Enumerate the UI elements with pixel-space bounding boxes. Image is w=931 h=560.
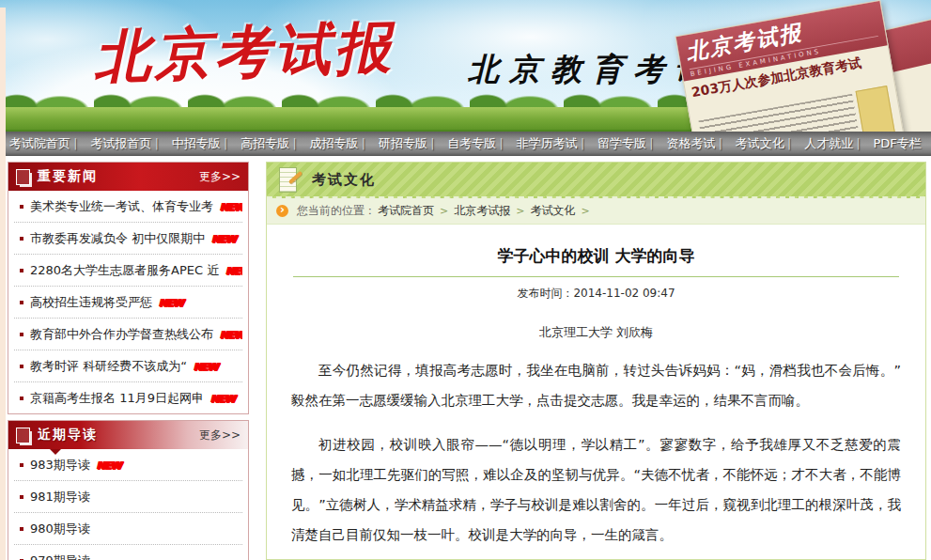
digest-icon	[16, 428, 30, 443]
section-title: 考试文化	[312, 171, 376, 189]
important-news-header: 重要新闻 更多>>	[8, 163, 248, 191]
left-sidebar: 重要新闻 更多>> 美术类专业统一考试、体育专业考 NEW 市教委再发减负令 初…	[8, 162, 249, 560]
breadcrumb-link-paper[interactable]: 北京考试报	[454, 203, 510, 219]
digest-item-text: 980期导读	[30, 521, 90, 537]
site-logo: 北京考试报	[93, 9, 396, 96]
article: 学子心中的校训 大学的向导 发布时间：2014-11-02 09:47 北京理工…	[267, 225, 925, 560]
news-list-item[interactable]: 京籍高考生报名 11月9日起网申 NEW	[14, 382, 242, 413]
new-badge: NEW	[194, 361, 218, 373]
nav-item-yanzhao[interactable]: 研招专版	[362, 135, 427, 152]
new-badge: NEW	[211, 233, 236, 245]
bullet-icon	[20, 333, 23, 336]
bullet-icon	[20, 527, 23, 531]
new-badge: NEW	[220, 329, 242, 341]
digest-list-item[interactable]: 980期导读	[14, 513, 242, 545]
new-badge: NEW	[210, 393, 235, 405]
important-news-title: 重要新闻	[38, 168, 98, 185]
recent-digest-title: 近期导读	[38, 427, 98, 443]
article-paragraph: 至今仍然记得，填报高考志愿时，我坐在电脑前，转过头告诉妈妈：“妈，滑档我也不会后…	[291, 355, 901, 415]
bullet-icon	[20, 205, 23, 209]
nav-list: 考试院首页 考试报首页 中招专版 高招专版 成招专版 研招专版 自考专版 非学历…	[0, 132, 931, 156]
article-title: 学子心中的校训 大学的向导	[291, 245, 901, 267]
new-badge: NEW	[159, 297, 183, 309]
breadcrumb-separator: >	[516, 205, 524, 217]
nav-item-pdf[interactable]: PDF专栏	[856, 135, 921, 152]
news-item-text: 2280名大学生志愿者服务APEC 近	[30, 262, 219, 279]
digest-item-text: 979期导读	[30, 552, 90, 560]
digest-item-text: 983期导读	[30, 457, 90, 474]
news-icon	[16, 169, 30, 185]
bullet-icon	[20, 237, 23, 241]
digest-list-item[interactable]: 983期导读 NEW	[14, 449, 242, 481]
nav-item-exam-culture[interactable]: 考试文化	[719, 135, 784, 152]
page-edge-strip	[0, 8, 6, 560]
news-list-item[interactable]: 教育部中外合作办学督查热线公布 NEW	[14, 319, 242, 350]
nav-item-qualification[interactable]: 资格考试	[649, 135, 715, 152]
news-list-item[interactable]: 2280名大学生志愿者服务APEC 近 NEW	[14, 255, 242, 287]
bullet-icon	[20, 495, 23, 499]
news-item-text: 美术类专业统一考试、体育专业考	[30, 198, 213, 215]
notepad-pencil-icon	[276, 166, 303, 193]
important-news-box: 重要新闻 更多>> 美术类专业统一考试、体育专业考 NEW 市教委再发减负令 初…	[8, 162, 249, 414]
nav-item-zhongzhao[interactable]: 中招专版	[155, 135, 221, 152]
nav-item-gaozhao[interactable]: 高招专版	[224, 135, 289, 152]
news-list-item[interactable]: 市教委再发减负令 初中仅限期中 NEW	[14, 223, 242, 255]
nav-item-non-academic[interactable]: 非学历考试	[500, 135, 578, 152]
nav-item-zikao[interactable]: 自考专版	[430, 135, 496, 152]
news-list-item[interactable]: 教考时评 科研经费不该成为“ NEW	[14, 350, 242, 382]
newspaper-sidebar-box	[856, 86, 896, 132]
newspaper-text-lines	[699, 94, 861, 132]
publish-date: 发布时间：2014-11-02 09:47	[291, 286, 901, 302]
nav-item-career[interactable]: 人才就业	[787, 135, 853, 152]
digest-list-item[interactable]: 981期导读	[14, 481, 242, 513]
breadcrumb: 您当前的位置： 考试院首页 > 北京考试报 > 考试文化 >	[267, 198, 925, 225]
important-news-more-link[interactable]: 更多>>	[199, 169, 241, 185]
bullet-icon	[20, 397, 23, 400]
main-navbar: 考试院首页 考试报首页 中招专版 高招专版 成招专版 研招专版 自考专版 非学历…	[0, 132, 931, 156]
digest-list-item[interactable]: 979期导读	[14, 545, 242, 560]
news-item-text: 市教委再发减负令 初中仅限期中	[30, 230, 205, 247]
nav-item-chengzhao[interactable]: 成招专版	[292, 135, 358, 152]
article-paragraph: 初进校园，校训映入眼帘——“德以明理，学以精工”。寥寥数字，给予我雄厚又不乏慈爱…	[291, 429, 901, 550]
title-divider	[293, 276, 899, 277]
site-banner: 北京考试报 北京教育考试院主办 北京考试报 BEIJING EXAMINATIO…	[0, 0, 931, 132]
breadcrumb-separator: >	[440, 205, 448, 217]
news-list-item[interactable]: 美术类专业统一考试、体育专业考 NEW	[14, 191, 242, 223]
nav-item-study-abroad[interactable]: 留学专版	[581, 135, 646, 152]
news-item-text: 教育部中外合作办学督查热线公布	[30, 326, 213, 343]
news-item-text: 高校招生违规将受严惩	[30, 294, 152, 311]
bullet-icon	[20, 365, 23, 368]
digest-item-text: 981期导读	[30, 489, 90, 506]
location-arrow-icon	[276, 205, 288, 217]
breadcrumb-link-home[interactable]: 考试院首页	[378, 203, 434, 219]
new-badge: NEW	[225, 265, 242, 277]
new-badge: NEW	[97, 459, 121, 472]
breadcrumb-prefix: 您当前的位置：	[297, 203, 376, 219]
breadcrumb-link-culture[interactable]: 考试文化	[530, 203, 575, 219]
nav-item-exam-authority-home[interactable]: 考试院首页	[9, 135, 70, 152]
nav-item-paper-home[interactable]: 考试报首页	[73, 135, 151, 152]
news-item-text: 教考时评 科研经费不该成为“	[30, 358, 187, 375]
bullet-icon	[20, 269, 23, 272]
breadcrumb-separator: >	[581, 205, 589, 217]
news-item-text: 京籍高考生报名 11月9日起网申	[30, 390, 204, 407]
main-content: 考试文化 您当前的位置： 考试院首页 > 北京考试报 > 考试文化 > 学子心中…	[266, 162, 926, 560]
recent-digest-list: 983期导读 NEW 981期导读 980期导读 979期导读 978期导读	[8, 449, 248, 560]
newspaper-front-image: 北京考试报 BEIJING EXAMINATIONS 203万人次参加北京教育考…	[675, 0, 905, 132]
news-list-item[interactable]: 高校招生违规将受严惩 NEW	[14, 287, 242, 319]
recent-digest-more-link[interactable]: 更多>>	[199, 428, 241, 443]
new-badge: NEW	[220, 201, 242, 213]
section-header: 考试文化	[267, 163, 925, 198]
recent-digest-header: 近期导读 更多>>	[8, 421, 248, 449]
recent-digest-box: 近期导读 更多>> 983期导读 NEW 981期导读 980期导读 979期导…	[8, 420, 249, 560]
article-author: 北京理工大学 刘欣梅	[291, 324, 901, 341]
bullet-icon	[20, 301, 23, 304]
bullet-icon	[20, 463, 23, 467]
important-news-list: 美术类专业统一考试、体育专业考 NEW 市教委再发减负令 初中仅限期中 NEW …	[8, 191, 248, 413]
newspaper-images: 北京考试报 BEIJING EXAMINATIONS 203万人次参加北京教育考…	[673, 11, 931, 132]
